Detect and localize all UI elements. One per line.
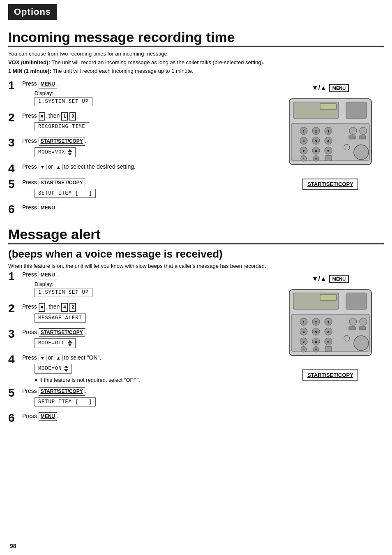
s2-mode-box-3: MODE=OFF <box>35 338 76 348</box>
step-5: 5 Press START/SET/COPY. SETUP ITEM [ ] <box>8 179 273 200</box>
step-2: 2 Press ■, then 1 0. RECORDING TIME <box>8 112 273 133</box>
page-header: Options <box>8 4 57 20</box>
start-set-copy-label-1: START/SET/COPY <box>307 181 353 187</box>
section2: Message alert (beeps when a voice messag… <box>8 227 384 428</box>
svg-text:6: 6 <box>327 139 330 143</box>
svg-point-62 <box>349 318 357 325</box>
svg-text:5: 5 <box>315 330 317 334</box>
svg-point-33 <box>344 144 350 150</box>
svg-text:2: 2 <box>315 320 317 324</box>
s2-menu-key-1: MENU <box>39 271 57 279</box>
section1-steps-diagram: 1 Press MENU. Display: 1.SYSTEM SET UP 2… <box>8 80 384 219</box>
svg-rect-2 <box>320 104 337 109</box>
svg-text:8: 8 <box>315 340 317 344</box>
start-set-copy-key-5: START/SET/COPY <box>39 179 85 187</box>
s2-mode-box-4: MODE=ON <box>35 364 72 374</box>
step-1: 1 Press MENU. Display: 1.SYSTEM SET UP <box>8 80 273 108</box>
s2-start-set-copy-key-5: START/SET/COPY <box>39 387 85 396</box>
section2-diagram: ▼/▲ MENU 1 2 3 4 5 6 7 8 <box>277 271 384 427</box>
svg-point-32 <box>354 145 369 160</box>
section2-title: Message alert <box>8 227 384 244</box>
svg-text:9: 9 <box>327 340 330 344</box>
s2-menu-key-6: MENU <box>39 412 57 421</box>
s2-step-4-note: ● If this feature is not required, selec… <box>35 377 273 383</box>
page-number: 98 <box>10 543 16 549</box>
svg-text:2: 2 <box>315 130 317 133</box>
step-3: 3 Press START/SET/COPY. MODE=VOX <box>8 137 273 159</box>
menu-key: MENU <box>39 80 57 88</box>
s2-step-6: 6 Press MENU. <box>8 412 273 424</box>
svg-rect-37 <box>346 293 367 309</box>
section2-intro: When this feature is on, the unit will l… <box>8 263 384 269</box>
s2-hash-key: ■ <box>39 303 46 311</box>
svg-rect-3 <box>346 102 367 118</box>
start-set-copy-diagram-1: START/SET/COPY <box>302 179 358 190</box>
svg-point-67 <box>344 335 350 341</box>
arrows-label-2: ▼/▲ <box>312 275 327 283</box>
svg-text:9: 9 <box>327 149 330 153</box>
hash-key: ■ <box>39 112 46 121</box>
svg-text:1: 1 <box>303 130 305 133</box>
svg-text:6: 6 <box>327 330 330 334</box>
svg-point-66 <box>354 336 369 351</box>
section1-title: Incoming message recording time <box>8 30 384 47</box>
section1-bold-intro: VOX (unlimited): The unit will record an… <box>8 58 384 76</box>
triangle-down-icon <box>68 153 72 156</box>
triangle-up-icon <box>68 149 72 152</box>
svg-rect-61 <box>325 346 332 352</box>
svg-text:7: 7 <box>303 340 305 344</box>
svg-point-28 <box>349 127 357 135</box>
svg-text:8: 8 <box>315 149 317 153</box>
section2-steps-col: 1 Press MENU. Display: 1.SYSTEM SET UP 2… <box>8 271 273 427</box>
svg-text:5: 5 <box>315 139 317 143</box>
arrows-label-1: ▼/▲ <box>312 84 327 92</box>
svg-text:4: 4 <box>303 139 305 143</box>
svg-text:3: 3 <box>327 320 330 324</box>
svg-text:*: * <box>303 157 304 160</box>
menu-btn-diagram-1: MENU <box>329 84 349 92</box>
svg-text:7: 7 <box>303 149 305 153</box>
step-6: 6 Press MENU. <box>8 204 273 215</box>
header-label: Options <box>14 7 51 17</box>
svg-text:3: 3 <box>327 130 330 133</box>
svg-rect-65 <box>359 327 366 330</box>
device-diagram-2: 1 2 3 4 5 6 7 8 9 * 0 <box>285 286 376 368</box>
s2-triangle-down-icon-4 <box>64 369 68 372</box>
mode-box-3: MODE=VOX <box>35 147 76 157</box>
step-4: 4 Press ▼ or ▲ to select the desired set… <box>8 163 273 174</box>
section2-subtitle: (beeps when a voice message is received) <box>8 248 384 260</box>
section1-diagram: ▼/▲ MENU 1 2 <box>277 80 384 219</box>
start-set-copy-key-3: START/SET/COPY <box>39 137 85 146</box>
s2-start-set-copy-key-3: START/SET/COPY <box>39 328 85 337</box>
section1: Incoming message recording time You can … <box>8 30 384 219</box>
s2-display-box-5: SETUP ITEM [ ] <box>35 397 96 406</box>
svg-rect-30 <box>349 136 355 139</box>
s2-step-4: 4 Press ▼ or ▲ to select "ON". MODE=ON ● <box>8 354 273 383</box>
s2-triangle-up-icon-3 <box>68 340 72 343</box>
svg-text:*: * <box>303 348 304 351</box>
s2-step-2: 2 Press ■, then 4 2. MESSAGE ALERT <box>8 303 273 324</box>
menu-key-6: MENU <box>39 204 57 212</box>
svg-point-63 <box>360 318 367 325</box>
display-box-2: RECORDING TIME <box>35 122 89 131</box>
section1-steps-col: 1 Press MENU. Display: 1.SYSTEM SET UP 2… <box>8 80 273 219</box>
start-set-copy-diagram-2: START/SET/COPY <box>302 369 358 381</box>
svg-text:4: 4 <box>303 330 305 334</box>
s2-display-box-1: 1.SYSTEM SET UP <box>35 288 92 297</box>
svg-rect-36 <box>320 295 337 300</box>
svg-point-29 <box>360 127 367 135</box>
svg-rect-27 <box>325 156 332 161</box>
s2-triangle-down-icon-3 <box>68 344 72 346</box>
svg-text:0: 0 <box>315 348 317 351</box>
section2-steps-diagram: 1 Press MENU. Display: 1.SYSTEM SET UP 2… <box>8 271 384 427</box>
s2-step-5: 5 Press START/SET/COPY. SETUP ITEM [ ] <box>8 387 273 408</box>
s2-step-1: 1 Press MENU. Display: 1.SYSTEM SET UP <box>8 271 273 299</box>
s2-display-box-2: MESSAGE ALERT <box>35 313 86 323</box>
s2-step-3: 3 Press START/SET/COPY. MODE=OFF <box>8 328 273 350</box>
device-diagram-1: 1 2 3 4 5 6 7 8 9 * 0 <box>285 95 376 177</box>
svg-rect-64 <box>349 327 355 330</box>
display-box-5: SETUP ITEM [ ] <box>35 189 96 198</box>
svg-rect-31 <box>359 136 366 139</box>
start-set-copy-label-2: START/SET/COPY <box>307 372 353 378</box>
section1-intro: You can choose from two recording times … <box>8 51 384 57</box>
